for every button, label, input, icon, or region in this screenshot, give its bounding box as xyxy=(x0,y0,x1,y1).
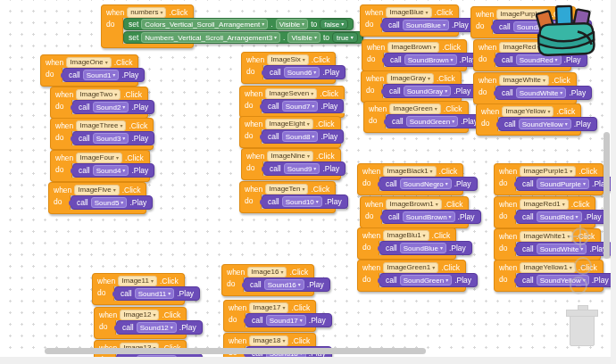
zoom-in-button[interactable]: + xyxy=(574,257,592,275)
event-block-ImageWhite[interactable]: when ImageWhite▾ .Click do call SoundWhi… xyxy=(473,72,592,104)
sound-dropdown[interactable]: SoundGreen▾ xyxy=(406,116,458,127)
component-dropdown[interactable]: numbers▾ xyxy=(127,7,166,18)
event-block-ImageGray[interactable]: when ImageGray▾ .Click do call SoundGray… xyxy=(361,70,477,103)
event-block-ImageEight[interactable]: when ImageEight▾ .Click do call Sound8▾ … xyxy=(239,116,344,148)
set-visible-block[interactable]: set Colors_Vertical_Scroll_Arrangement▾ … xyxy=(123,18,354,30)
property-dropdown[interactable]: Visible▾ xyxy=(276,19,308,29)
component-dropdown[interactable]: Image16▾ xyxy=(247,267,287,277)
component-dropdown[interactable]: ImageFive▾ xyxy=(74,185,119,195)
event-block-ImageWhite1[interactable]: when ImageWhite1▾ .Click do call SoundWh… xyxy=(494,228,612,261)
sound-dropdown[interactable]: SoundGray▾ xyxy=(404,86,451,96)
component-dropdown[interactable]: ImageOne▾ xyxy=(66,57,111,68)
event-block-ImageThree[interactable]: when ImageThree▾ .Click do call Sound3▾ … xyxy=(50,118,154,150)
call-sound-play-block[interactable]: call Sound17▾ .Play xyxy=(246,313,332,327)
sound-dropdown[interactable]: Sound17▾ xyxy=(266,315,306,326)
logic-false-block[interactable]: false▾ xyxy=(320,19,348,29)
call-sound-play-block[interactable]: call Sound7▾ .Play xyxy=(262,99,344,113)
sound-dropdown[interactable]: Sound4▾ xyxy=(93,165,129,176)
call-sound-play-block[interactable]: call Sound10▾ .Play xyxy=(262,194,348,209)
sound-dropdown[interactable]: SoundPurple▾ xyxy=(537,178,589,189)
call-sound-play-block[interactable]: call SoundPurple▾ .Play xyxy=(516,177,615,191)
event-block-Image17[interactable]: when Image17▾ .Click do call Sound17▾ .P… xyxy=(223,300,332,332)
component-dropdown[interactable]: ImageBlu1▾ xyxy=(383,230,429,241)
sound-dropdown[interactable]: Sound16▾ xyxy=(264,279,304,290)
call-sound-play-block[interactable]: call SoundYellow▾ .Play xyxy=(516,273,615,287)
component-dropdown[interactable]: Image11▾ xyxy=(118,276,157,286)
event-block-ImageGreen[interactable]: when ImageGreen▾ .Click do call SoundGre… xyxy=(363,101,484,133)
call-sound-play-block[interactable]: call SoundRed▾ .Play xyxy=(516,210,608,224)
call-sound-play-block[interactable]: call Sound4▾ .Play xyxy=(72,163,154,178)
set-visible-block[interactable]: set Numbers_Vertical_Scroll_Arrangement3… xyxy=(123,31,363,44)
event-block-ImageBrown[interactable]: when ImageBrown▾ .Click do call SoundBro… xyxy=(362,39,483,71)
call-sound-play-block[interactable]: call Sound11▾ .Play xyxy=(114,286,200,301)
event-block-ImageNine[interactable]: when ImageNine▾ .Click do call Sound9▾ .… xyxy=(241,148,345,180)
sound-dropdown[interactable]: Sound3▾ xyxy=(93,133,129,144)
component-dropdown[interactable]: ImagePurple1▾ xyxy=(520,166,576,177)
component-dropdown[interactable]: ImageGreen1▾ xyxy=(383,262,438,273)
call-sound-play-block[interactable]: call SoundGreen▾ .Play xyxy=(379,273,478,287)
zoom-out-button[interactable]: − xyxy=(570,277,587,294)
event-block-numbers[interactable]: when numbers▾ .Click do set Colors_Verti… xyxy=(101,4,363,48)
component-dropdown[interactable]: ImageSix▾ xyxy=(267,54,308,65)
component-dropdown[interactable]: ImageBrown1▾ xyxy=(386,199,441,210)
sound-dropdown[interactable]: Sound2▾ xyxy=(93,102,129,112)
event-block-ImagePurple1[interactable]: when ImagePurple1▾ .Click do call SoundP… xyxy=(494,163,615,195)
event-block-ImageRed1[interactable]: when ImageRed1▾ .Click do call SoundRed▾… xyxy=(494,196,608,228)
call-sound-play-block[interactable]: call SoundWhite▾ .Play xyxy=(495,86,592,100)
sound-dropdown[interactable]: SoundBrown▾ xyxy=(404,54,457,65)
component-dropdown[interactable]: ImageTwo▾ xyxy=(76,89,121,100)
backpack-icon[interactable] xyxy=(532,2,600,65)
sound-dropdown[interactable]: Sound10▾ xyxy=(282,196,322,207)
event-block-ImageFive[interactable]: when ImageFive▾ .Click do call Sound5▾ .… xyxy=(48,182,153,214)
call-sound-play-block[interactable]: call SoundBlue▾ .Play xyxy=(382,18,475,32)
call-sound-play-block[interactable]: call Sound9▾ .Play xyxy=(263,161,345,176)
component-dropdown[interactable]: Image18▾ xyxy=(249,335,288,346)
component-dropdown[interactable]: Image17▾ xyxy=(249,302,288,313)
event-block-ImageFour[interactable]: when ImageFour▾ .Click do call Sound4▾ .… xyxy=(50,150,154,182)
sound-dropdown[interactable]: Sound9▾ xyxy=(284,163,320,174)
call-sound-play-block[interactable]: call SoundYellow▾ .Play xyxy=(498,117,597,131)
call-sound-play-block[interactable]: call SoundWhite▾ .Play xyxy=(516,242,612,256)
event-block-ImageTwo[interactable]: when ImageTwo▾ .Click do call Sound2▾ .P… xyxy=(50,87,154,119)
zoom-reset-button[interactable] xyxy=(571,228,589,245)
call-sound-play-block[interactable]: call Sound6▾ .Play xyxy=(263,65,345,79)
component-dropdown[interactable]: ImageGreen▾ xyxy=(389,103,440,114)
component-dropdown[interactable]: ImageWhite▾ xyxy=(499,75,549,86)
event-block-ImageYellow[interactable]: when ImageYellow▾ .Click do call SoundYe… xyxy=(476,103,597,136)
event-block-ImageBlack1[interactable]: when ImageBlack1▾ .Click do call SoundNe… xyxy=(357,163,478,195)
sound-dropdown[interactable]: SoundRed▾ xyxy=(537,211,582,222)
component-dropdown[interactable]: ImageFour▾ xyxy=(76,153,122,163)
call-sound-play-block[interactable]: call SoundBrown▾ .Play xyxy=(382,210,481,224)
component-dropdown[interactable]: ImageGray▾ xyxy=(387,73,434,84)
call-sound-play-block[interactable]: call SoundGreen▾ .Play xyxy=(386,114,484,128)
sound-dropdown[interactable]: Sound1▾ xyxy=(83,70,120,80)
call-sound-play-block[interactable]: call Sound5▾ .Play xyxy=(71,195,153,210)
event-block-ImageGreen1[interactable]: when ImageGreen1▾ .Click do call SoundGr… xyxy=(357,260,478,292)
event-block-Image11[interactable]: when Image11▾ .Click do call Sound11▾ .P… xyxy=(92,273,200,305)
component-dropdown[interactable]: ImageEight▾ xyxy=(265,119,312,129)
event-block-ImageTen[interactable]: when ImageTen▾ .Click do call Sound10▾ .… xyxy=(239,181,348,213)
component-dropdown[interactable]: ImageTen▾ xyxy=(265,184,308,194)
event-block-ImageSeven[interactable]: when ImageSeven▾ .Click do call Sound7▾ … xyxy=(239,86,345,118)
event-block-ImageYellow1[interactable]: when ImageYellow1▾ .Click do call SoundY… xyxy=(494,260,615,292)
sound-dropdown[interactable]: SoundBlue▾ xyxy=(400,243,446,253)
call-sound-play-block[interactable]: call Sound1▾ .Play xyxy=(62,68,145,82)
call-sound-play-block[interactable]: call Sound2▾ .Play xyxy=(72,100,154,114)
blocks-workspace[interactable]: when numbers▾ .Click do set Colors_Verti… xyxy=(0,0,616,364)
call-sound-play-block[interactable]: call Sound3▾ .Play xyxy=(72,131,154,145)
component-dropdown[interactable]: ImageYellow1▾ xyxy=(520,262,576,273)
sound-dropdown[interactable]: Sound12▾ xyxy=(137,322,177,333)
sound-dropdown[interactable]: SoundYellow▾ xyxy=(519,119,571,129)
sound-dropdown[interactable]: SoundGreen▾ xyxy=(400,275,452,285)
event-block-ImageBlu1[interactable]: when ImageBlu1▾ .Click do call SoundBlue… xyxy=(357,228,472,260)
event-block-ImageBrown1[interactable]: when ImageBrown1▾ .Click do call SoundBr… xyxy=(360,196,481,228)
component-dropdown[interactable]: ImageSeven▾ xyxy=(265,88,317,99)
call-sound-play-block[interactable]: call SoundBlue▾ .Play xyxy=(379,241,472,255)
sound-dropdown[interactable]: SoundBrown▾ xyxy=(403,211,455,222)
event-block-Image12[interactable]: when Image12▾ .Click do call Sound12▾ .P… xyxy=(94,307,203,339)
sound-dropdown[interactable]: Sound6▾ xyxy=(284,67,320,78)
sound-dropdown[interactable]: SoundWhite▾ xyxy=(516,87,567,98)
call-sound-play-block[interactable]: call Sound16▾ .Play xyxy=(244,277,330,292)
component-dropdown[interactable]: ImageBlack1▾ xyxy=(383,166,436,177)
component-dropdown[interactable]: ImageRed1▾ xyxy=(520,199,568,210)
